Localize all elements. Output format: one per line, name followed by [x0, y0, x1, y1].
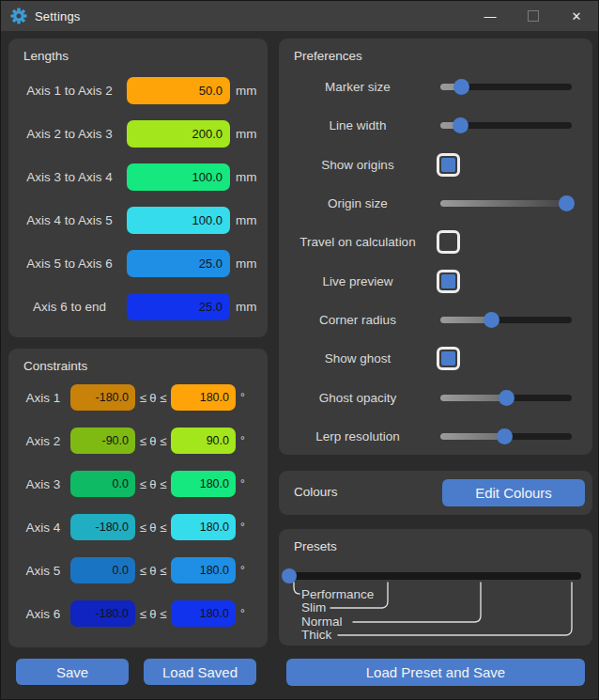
constraint-row: Axis 2 -90.0 ≤ θ ≤ 90.0 ° — [8, 419, 268, 462]
constraint-row: Axis 3 0.0 ≤ θ ≤ 180.0 ° — [8, 462, 268, 506]
travel-on-calculation-checkbox[interactable] — [437, 230, 460, 254]
degree-label: ° — [240, 607, 245, 620]
relation-label: ≤ θ ≤ — [135, 607, 171, 621]
preset-option-performance: Performance — [301, 588, 374, 601]
constraints-title: Constraints — [23, 359, 87, 373]
max-angle-input[interactable]: 180.0 — [171, 557, 236, 583]
slider-thumb[interactable] — [453, 117, 468, 133]
pref-label: Show origins — [286, 158, 429, 172]
length-row: Axis 1 to Axis 2 50.0 mm — [8, 69, 268, 112]
gear-icon — [10, 8, 27, 24]
show-ghost-checkbox[interactable] — [437, 347, 460, 370]
min-angle-input[interactable]: -180.0 — [70, 600, 135, 627]
length-input[interactable]: 25.0 — [127, 250, 230, 277]
slider-thumb[interactable] — [499, 390, 515, 406]
axis-label: Axis 1 — [16, 391, 70, 405]
live-preview-checkbox[interactable] — [437, 270, 460, 293]
constraint-row: Axis 5 0.0 ≤ θ ≤ 180.0 ° — [8, 549, 268, 592]
pref-row: Travel on calculation — [279, 223, 592, 261]
axis-label: Axis 3 — [16, 477, 70, 491]
pref-label: Show ghost — [286, 351, 429, 366]
degree-label: ° — [240, 564, 245, 577]
close-button[interactable]: ✕ — [555, 1, 598, 31]
preset-option-normal: Normal — [301, 615, 343, 629]
pref-label: Ghost opacity — [286, 391, 429, 405]
length-input[interactable]: 50.0 — [127, 77, 230, 104]
show-origins-checkbox[interactable] — [437, 153, 460, 177]
min-angle-input[interactable]: -180.0 — [70, 384, 135, 411]
pref-label: Origin size — [286, 196, 429, 210]
marker-size-slider[interactable] — [440, 84, 572, 90]
axis-label: Axis 2 — [16, 434, 70, 448]
constraint-row: Axis 6 -180.0 ≤ θ ≤ 180.0 ° — [8, 592, 268, 635]
length-row: Axis 6 to end 25.0 mm — [8, 285, 268, 328]
preferences-rows: Marker size Line width Show origins Orig — [279, 68, 592, 456]
pref-label: Travel on calculation — [286, 235, 429, 249]
unit-label: mm — [236, 127, 257, 141]
min-angle-input[interactable]: -180.0 — [70, 514, 135, 540]
degree-label: ° — [240, 434, 245, 447]
pref-row: Marker size — [279, 68, 592, 106]
length-label: Axis 2 to Axis 3 — [12, 127, 127, 141]
lengths-title: Lengths — [23, 49, 69, 63]
max-angle-input[interactable]: 180.0 — [171, 384, 236, 411]
length-input[interactable]: 100.0 — [127, 207, 230, 234]
max-angle-input[interactable]: 180.0 — [171, 514, 236, 540]
lengths-rows: Axis 1 to Axis 2 50.0 mm Axis 2 to Axis … — [8, 69, 268, 328]
minimize-button[interactable]: — — [468, 1, 512, 31]
corner-radius-slider[interactable] — [440, 317, 572, 323]
checkbox-fill — [441, 235, 455, 249]
pref-label: Line width — [286, 118, 429, 132]
checkbox-fill — [441, 351, 455, 366]
max-angle-input[interactable]: 180.0 — [171, 600, 236, 627]
slider-thumb[interactable] — [282, 568, 297, 583]
unit-label: mm — [236, 170, 257, 184]
min-angle-input[interactable]: 0.0 — [70, 471, 135, 497]
unit-label: mm — [236, 257, 257, 271]
max-angle-input[interactable]: 90.0 — [171, 428, 236, 454]
preset-slider[interactable] — [289, 572, 581, 580]
pref-row: Show ghost — [279, 339, 592, 378]
ghost-opacity-slider[interactable] — [440, 395, 572, 401]
titlebar: Settings — ✕ — [1, 1, 598, 31]
preset-option-thick: Thick — [301, 629, 331, 642]
slider-thumb[interactable] — [453, 79, 469, 95]
axis-label: Axis 4 — [16, 521, 70, 535]
pref-label: Live preview — [286, 274, 429, 288]
length-input[interactable]: 200.0 — [127, 120, 230, 148]
pref-row: Ghost opacity — [279, 378, 592, 416]
degree-label: ° — [240, 477, 245, 490]
min-angle-input[interactable]: -90.0 — [70, 428, 135, 454]
constraint-row: Axis 4 -180.0 ≤ θ ≤ 180.0 ° — [8, 506, 268, 549]
unit-label: mm — [236, 84, 257, 98]
relation-label: ≤ θ ≤ — [135, 434, 171, 448]
length-row: Axis 2 to Axis 3 200.0 mm — [8, 112, 268, 155]
slider-thumb[interactable] — [497, 428, 513, 444]
origin-size-slider[interactable] — [440, 200, 572, 207]
load-saved-button[interactable]: Load Saved — [144, 659, 256, 685]
edit-colours-button[interactable]: Edit Colours — [442, 479, 585, 506]
lerp-resolution-slider[interactable] — [440, 433, 572, 440]
maximize-button[interactable] — [512, 1, 555, 31]
presets-title: Presets — [294, 539, 337, 553]
pref-label: Corner radius — [286, 313, 429, 327]
min-angle-input[interactable]: 0.0 — [70, 557, 135, 583]
load-preset-and-save-button[interactable]: Load Preset and Save — [286, 659, 585, 686]
close-icon: ✕ — [572, 9, 582, 23]
length-input[interactable]: 25.0 — [127, 293, 230, 320]
left-actions: Save Load Saved — [16, 659, 260, 685]
slider-thumb[interactable] — [484, 312, 499, 328]
slider-thumb[interactable] — [559, 195, 575, 211]
length-label: Axis 6 to end — [12, 300, 127, 314]
length-input[interactable]: 100.0 — [127, 163, 230, 191]
length-label: Axis 3 to Axis 4 — [12, 170, 127, 184]
relation-label: ≤ θ ≤ — [135, 477, 171, 491]
relation-label: ≤ θ ≤ — [135, 391, 171, 405]
preferences-panel: Preferences Marker size Line width Show … — [279, 39, 592, 455]
lengths-panel: Lengths Axis 1 to Axis 2 50.0 mm Axis 2 … — [8, 39, 268, 337]
window-controls: — ✕ — [468, 1, 598, 31]
length-label: Axis 1 to Axis 2 — [12, 84, 127, 98]
max-angle-input[interactable]: 180.0 — [171, 471, 236, 497]
save-button[interactable]: Save — [16, 659, 129, 685]
line-width-slider[interactable] — [440, 122, 572, 129]
